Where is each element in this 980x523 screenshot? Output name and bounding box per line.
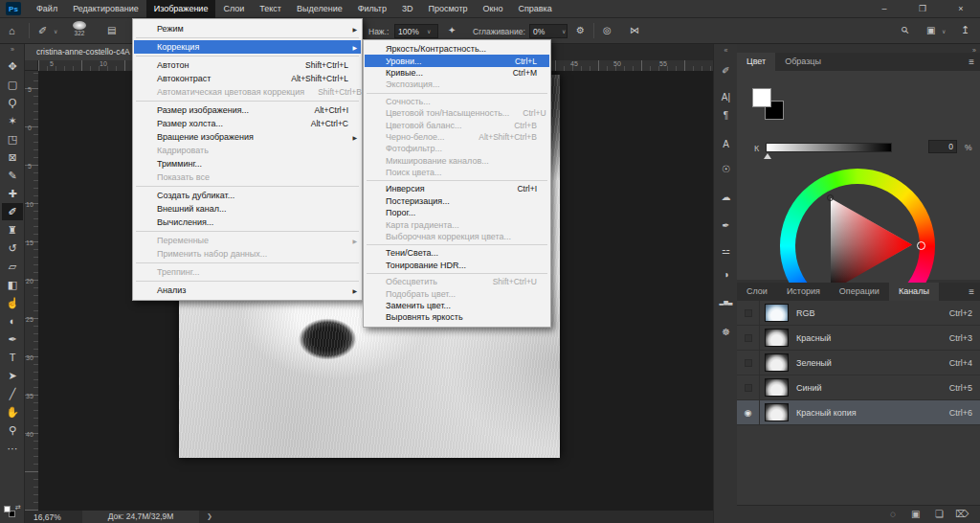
glyphs-panel-icon[interactable]: A <box>714 139 738 149</box>
menu-item[interactable]: Размер холста...Alt+Ctrl+C <box>134 117 361 130</box>
close-button[interactable]: × <box>942 0 980 18</box>
menubar-item-редактирование[interactable]: Редактирование <box>65 0 146 18</box>
menu-item[interactable]: Вращение изображения▶ <box>134 130 361 144</box>
menubar-item-изображение[interactable]: Изображение <box>146 0 216 18</box>
visibility-eye-icon[interactable]: ◉ <box>737 400 760 425</box>
menu-item[interactable]: АвтоконтрастAlt+Shift+Ctrl+L <box>134 72 361 85</box>
paths-panel-icon[interactable]: ✒ <box>714 220 738 231</box>
paint-symmetry-icon[interactable]: ⋈ <box>630 25 639 35</box>
menu-item[interactable]: Кривые...Ctrl+M <box>365 67 549 79</box>
navigator-panel-icon[interactable]: ☸ <box>714 327 738 337</box>
menu-item[interactable]: Цветовой баланс...Ctrl+B <box>365 119 549 130</box>
crop-tool[interactable]: ◳ <box>2 130 23 148</box>
menubar-item-окно[interactable]: Окно <box>476 0 511 18</box>
menu-item[interactable]: АвтотонShift+Ctrl+L <box>134 58 361 72</box>
brush-preset-picker[interactable]: 322 <box>73 21 86 36</box>
share-icon[interactable]: ↥ <box>961 24 969 36</box>
document-tab[interactable]: cristina-anne-costello-c4A <box>25 44 142 60</box>
visibility-toggle[interactable] <box>737 375 760 400</box>
menu-item[interactable]: Тримминг... <box>134 157 361 171</box>
marquee-tool[interactable]: ▢ <box>2 76 23 93</box>
zoom-tool[interactable]: ⚲ <box>2 421 23 439</box>
menu-item[interactable]: Режим▶ <box>134 22 361 35</box>
new-channel-icon[interactable]: ❏ <box>935 509 944 519</box>
menu-item[interactable]: ОбесцветитьShift+Ctrl+U <box>365 276 549 287</box>
lasso-tool[interactable]: Ϙ <box>2 94 23 111</box>
brush-blend-icon[interactable]: ◎ <box>603 25 612 35</box>
menu-item[interactable]: Сочность... <box>365 96 549 107</box>
swap-colors-icon[interactable]: ⇄ <box>15 504 21 512</box>
shape-tool[interactable]: ╱ <box>2 385 23 402</box>
menu-item[interactable]: Уровни...Ctrl+L <box>365 55 549 66</box>
color-marker[interactable] <box>827 194 834 201</box>
healing-brush-tool[interactable]: ✚ <box>2 185 23 202</box>
menu-item[interactable]: Постеризация... <box>365 195 549 207</box>
collapse-toolbar-icon[interactable]: » <box>0 46 25 53</box>
dodge-tool[interactable]: ◐ <box>2 312 23 330</box>
eraser-tool[interactable]: ▱ <box>2 258 23 275</box>
learn-panel-icon[interactable]: ☉ <box>714 164 738 174</box>
menubar-item-файл[interactable]: Файл <box>29 0 65 18</box>
channel-row-синий[interactable]: СинийCtrl+5 <box>737 375 980 400</box>
chevron-down-icon[interactable]: ∨ <box>942 28 946 34</box>
menubar-item-фильтр[interactable]: Фильтр <box>350 0 394 18</box>
menu-item[interactable]: Коррекция▶ <box>134 40 361 54</box>
channel-row-зеленый[interactable]: ЗеленыйCtrl+4 <box>737 351 980 375</box>
tab-операции[interactable]: Операции <box>830 283 889 301</box>
menu-item[interactable]: Яркость/Контрастность... <box>365 43 549 55</box>
menu-item[interactable]: Черно-белое...Alt+Shift+Ctrl+B <box>365 131 549 143</box>
brush-settings-panel-icon[interactable]: ✐ <box>714 65 738 76</box>
save-selection-as-channel-icon[interactable]: ▣ <box>911 509 920 519</box>
zoom-level-field[interactable]: 16,67% <box>33 512 61 522</box>
menu-item[interactable]: Подобрать цвет... <box>365 287 549 299</box>
menu-item[interactable]: Показать все <box>134 171 361 184</box>
menu-item[interactable]: Фотофильтр... <box>365 143 549 154</box>
menu-item[interactable]: Кадрировать <box>134 144 361 157</box>
gradient-tool[interactable]: ◧ <box>2 276 23 293</box>
pressure-combobox[interactable]: 100% ∨ <box>394 24 438 38</box>
history-brush-tool[interactable]: ↺ <box>2 239 23 257</box>
search-icon[interactable]: ⚲ <box>899 24 911 36</box>
menu-item[interactable]: Выровнять яркость <box>365 311 549 323</box>
adjustments-panel-icon[interactable]: ◑ <box>714 269 738 280</box>
properties-panel-icon[interactable]: ⚍ <box>714 245 738 256</box>
k-slider-track[interactable] <box>766 143 892 152</box>
menu-item[interactable]: Тонирование HDR... <box>365 260 549 271</box>
path-select-tool[interactable]: ➤ <box>2 367 23 384</box>
clone-stamp-tool[interactable]: ♜ <box>2 221 23 239</box>
magic-wand-tool[interactable]: ✶ <box>2 112 23 129</box>
visibility-toggle[interactable] <box>737 351 760 375</box>
menu-item[interactable]: Порог... <box>365 207 549 218</box>
move-tool[interactable]: ✥ <box>2 57 23 75</box>
menu-item[interactable]: Экспозиция... <box>365 79 549 90</box>
tab-цвет[interactable]: Цвет <box>737 53 775 71</box>
tab-образцы[interactable]: Образцы <box>775 53 831 71</box>
default-foreground-swatch[interactable] <box>4 506 11 512</box>
channel-row-красный[interactable]: КрасныйCtrl+3 <box>737 326 980 351</box>
menu-item[interactable]: Поиск цвета... <box>365 167 549 178</box>
menu-item[interactable]: Карта градиента... <box>365 218 549 230</box>
minimize-button[interactable]: – <box>865 0 903 18</box>
panel-menu-icon[interactable]: ≡ <box>969 286 974 297</box>
smoothing-combobox[interactable]: 0% ∨ <box>529 24 568 38</box>
menu-item[interactable]: Анализ▶ <box>134 284 361 297</box>
menubar-item-просмотр[interactable]: Просмотр <box>420 0 475 18</box>
k-value-field[interactable]: 0 <box>928 140 957 153</box>
workspace-icon[interactable]: ▣ <box>926 25 935 35</box>
tab-история[interactable]: История <box>777 283 830 301</box>
status-chevron-icon[interactable]: ❯ <box>207 512 212 520</box>
panel-menu-icon[interactable]: ≡ <box>969 57 974 67</box>
menu-item[interactable]: Автоматическая цветовая коррекцияShift+C… <box>134 85 361 99</box>
menubar-item-текст[interactable]: Текст <box>252 0 289 18</box>
menu-item[interactable]: Треппинг... <box>134 265 361 279</box>
character-panel-icon[interactable]: A| <box>714 92 738 102</box>
menu-item[interactable]: Цветовой тон/Насыщенность...Ctrl+U <box>365 107 549 119</box>
restore-button[interactable]: ❐ <box>903 0 942 18</box>
menu-item[interactable]: Тени/Света... <box>365 247 549 259</box>
tab-каналы[interactable]: Каналы <box>889 283 939 301</box>
gear-icon[interactable]: ⚙ <box>576 25 585 35</box>
menu-item[interactable]: Переменные▶ <box>134 234 361 247</box>
brush-tool[interactable]: ✐ <box>2 203 23 220</box>
menu-item[interactable]: Размер изображения...Alt+Ctrl+I <box>134 103 361 117</box>
visibility-toggle[interactable] <box>737 326 760 351</box>
